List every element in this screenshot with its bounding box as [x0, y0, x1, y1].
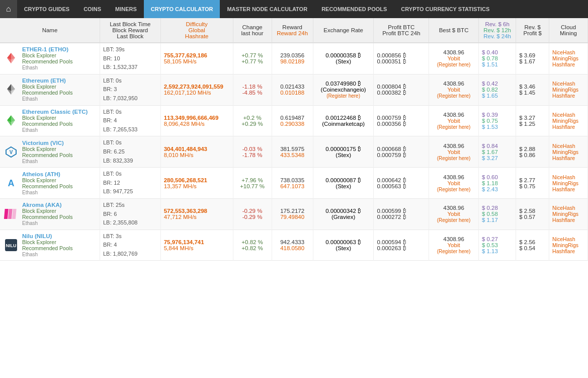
- hashrate-val: 162,017,120 MH/s: [164, 90, 230, 96]
- profit-btc: 0.000856 ₿: [377, 52, 426, 58]
- coin-reward-ethereum: 0.021433 0.010188: [272, 74, 313, 105]
- cloud-link-miningrigs[interactable]: MiningRigs: [552, 87, 584, 93]
- br-label: BR: 3: [103, 86, 117, 92]
- coin-cell-ether1: ETHER-1 (ETHO) Block ExplorerRecommended…: [0, 43, 100, 74]
- yobit-link[interactable]: Yobit: [447, 87, 460, 93]
- cloud-link-nicehash[interactable]: NiceHash: [552, 236, 584, 242]
- col-profit: Rev. $Profit $: [516, 18, 549, 43]
- coin-link-nilu[interactable]: Block Explorer: [22, 239, 97, 245]
- coin-name-victorium[interactable]: Victorium (VIC): [22, 140, 64, 146]
- coin-link-ether1[interactable]: Recommended Pools: [22, 58, 97, 64]
- coin-rev-atheios: $ 0.60 $ 1.18 $ 2.43: [478, 168, 516, 199]
- coin-link-victorium[interactable]: Block Explorer: [22, 146, 97, 152]
- cloud-link-miningrigs[interactable]: MiningRigs: [552, 180, 584, 186]
- register-here-link[interactable]: (Register here): [437, 249, 471, 254]
- register-here-link[interactable]: (Register here): [437, 156, 471, 161]
- rev-12h: $ 0.75: [482, 118, 513, 124]
- coin-name-atheios[interactable]: Atheios (ATH): [22, 171, 60, 177]
- cloud-link-miningrigs[interactable]: MiningRigs: [552, 211, 584, 217]
- coin-link-atheios[interactable]: Recommended Pools: [22, 183, 97, 189]
- nav-coins[interactable]: COINS: [76, 0, 108, 18]
- coin-name-etc[interactable]: Ethereum Classic (ETC): [22, 109, 88, 115]
- nav-crypto-guides[interactable]: CRYPTO GUIDES: [17, 0, 76, 18]
- reward24h-val: 433.5348: [275, 152, 310, 158]
- coin-link-nilu[interactable]: Recommended Pools: [22, 245, 97, 251]
- coin-difficulty-nilu: 75,976,134,741 5,844 MH/s: [160, 230, 233, 261]
- cloud-link-nicehash[interactable]: NiceHash: [552, 112, 584, 118]
- reward-val: 381.5975: [275, 146, 310, 152]
- coin-rev-victorium: $ 0.84 $ 1.67 $ 3.27: [478, 136, 516, 168]
- cloud-link-miningrigs[interactable]: MiningRigs: [552, 55, 584, 61]
- yobit-link[interactable]: Yobit: [447, 180, 460, 186]
- cloud-link-miningrigs[interactable]: MiningRigs: [552, 118, 584, 124]
- cloud-link-miningrigs[interactable]: MiningRigs: [552, 242, 584, 248]
- register-here-link[interactable]: (Register here): [437, 62, 471, 67]
- coin-link-ethereum[interactable]: Recommended Pools: [22, 90, 97, 96]
- coin-reward-akroma: 175.2172 79.49840: [272, 198, 313, 230]
- register-here-link[interactable]: (Register here): [437, 93, 471, 99]
- cloud-link-hashflare[interactable]: Hashflare: [552, 217, 584, 223]
- change2: +0.29 %: [236, 121, 269, 127]
- coin-name-ether1[interactable]: ETHER-1 (ETHO): [22, 46, 68, 52]
- cloud-link-nicehash[interactable]: NiceHash: [552, 205, 584, 211]
- nav-miners[interactable]: MINERS: [108, 0, 144, 18]
- hashrate-val: 8,010 MH/s: [164, 152, 230, 158]
- rev-12h: $ 1.67: [482, 149, 513, 155]
- nav-crypto-calculator[interactable]: CRYPTO CALCULATOR: [144, 0, 220, 18]
- lb-label: LB: 7,032,950: [103, 95, 138, 101]
- cloud-link-nicehash[interactable]: NiceHash: [552, 174, 584, 180]
- coin-profit-nilu: $ 2.56 $ 0.54: [516, 230, 549, 261]
- coin-link-ethereum[interactable]: Block Explorer: [22, 84, 97, 90]
- nav-statistics[interactable]: CRYPTO CURRENCY STATISTICS: [394, 0, 496, 18]
- coin-icon-ethereum: [3, 82, 19, 98]
- coin-lbt-ethereum: LBT: 0s BR: 3 LB: 7,032,950: [100, 74, 160, 105]
- register-here-link[interactable]: (Register here): [437, 217, 471, 223]
- coin-link-victorium[interactable]: Recommended Pools: [22, 152, 97, 158]
- coin-link-akroma[interactable]: Block Explorer: [22, 208, 97, 214]
- cloud-link-hashflare[interactable]: Hashflare: [552, 186, 584, 192]
- coin-change-atheios: +7.96 % +10.77 %: [233, 168, 272, 199]
- yobit-link[interactable]: Yobit: [447, 211, 460, 217]
- nav-master-node[interactable]: MASTER NODE CALCULATOR: [220, 0, 314, 18]
- hashrate-val: 47,712 MH/s: [164, 214, 230, 220]
- register-here-link[interactable]: (Register here): [437, 187, 471, 192]
- coin-name-nilu[interactable]: Nilu (NILU): [22, 233, 52, 239]
- reward-val: 175.2172: [275, 208, 310, 214]
- lbt-label: LBT: 0s: [103, 109, 122, 115]
- rev-6h: $ 0.28: [482, 205, 513, 211]
- change2: -1.78 %: [236, 152, 269, 158]
- coin-name-ethereum[interactable]: Ethereum (ETH): [22, 78, 66, 84]
- coin-link-atheios[interactable]: Block Explorer: [22, 177, 97, 183]
- svg-text:NILU: NILU: [6, 243, 17, 248]
- cloud-link-nicehash[interactable]: NiceHash: [552, 49, 584, 55]
- nav-recommended-pools[interactable]: RECOMMENDED POOLS: [314, 0, 394, 18]
- cloud-link-hashflare[interactable]: Hashflare: [552, 155, 584, 161]
- home-button[interactable]: ⌂: [0, 0, 17, 18]
- cloud-link-hashflare[interactable]: Hashflare: [552, 248, 584, 254]
- coin-info-ethereum: Ethereum (ETH) Block ExplorerRecommended…: [22, 78, 97, 102]
- register-here-link[interactable]: (Register here): [437, 124, 471, 130]
- yobit-link[interactable]: Yobit: [447, 118, 460, 124]
- coin-link-etc[interactable]: Block Explorer: [22, 115, 97, 121]
- best-btc-val: 4308.96: [443, 81, 464, 87]
- cloud-link-miningrigs[interactable]: MiningRigs: [552, 149, 584, 155]
- coin-change-ethereum: -1.18 % -4.85 %: [233, 74, 272, 105]
- svg-rect-16: [8, 209, 13, 219]
- register-link[interactable]: (Register here): [326, 93, 360, 99]
- coin-link-etc[interactable]: Recommended Pools: [22, 121, 97, 127]
- rev-12h: $ 0.82: [482, 87, 513, 93]
- coin-name-akroma[interactable]: Akroma (AKA): [22, 202, 62, 208]
- cloud-link-hashflare[interactable]: Hashflare: [552, 124, 584, 130]
- coin-link-akroma[interactable]: Recommended Pools: [22, 214, 97, 220]
- cloud-link-nicehash[interactable]: NiceHash: [552, 81, 584, 87]
- yobit-link[interactable]: Yobit: [447, 149, 460, 155]
- lbt-label: LBT: 0s: [103, 78, 122, 84]
- coin-link-ether1[interactable]: Block Explorer: [22, 52, 97, 58]
- exchange-name: (Stex): [335, 245, 351, 251]
- cloud-link-nicehash[interactable]: NiceHash: [552, 143, 584, 149]
- best-btc-val: 4308.96: [443, 49, 464, 55]
- yobit-link[interactable]: Yobit: [447, 55, 460, 61]
- cloud-link-hashflare[interactable]: Hashflare: [552, 61, 584, 67]
- cloud-link-hashflare[interactable]: Hashflare: [552, 93, 584, 99]
- yobit-link[interactable]: Yobit: [447, 242, 460, 248]
